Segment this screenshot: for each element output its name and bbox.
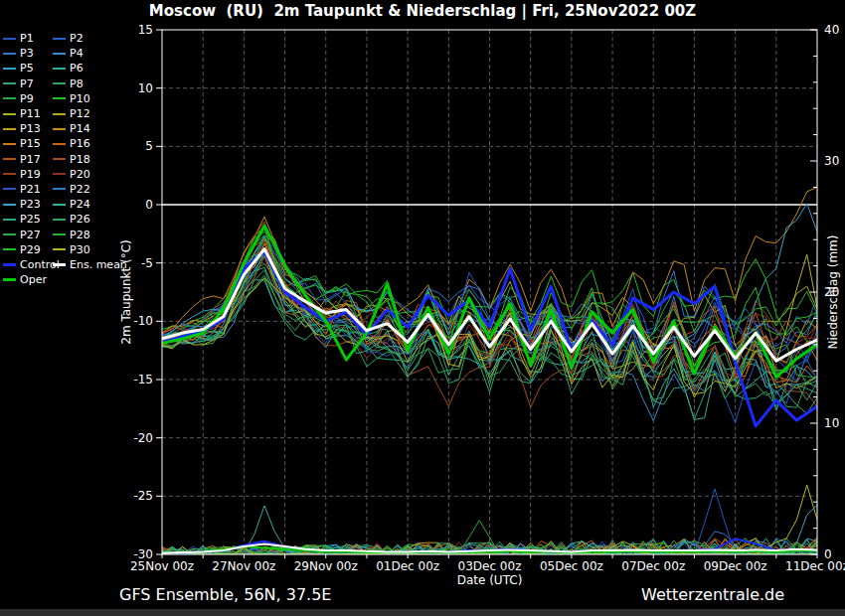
x-tick-label: 03Dec 00z: [458, 559, 522, 573]
left-tick-label: -20: [133, 431, 153, 445]
x-tick-label: 07Dec 00z: [621, 559, 685, 573]
left-axis-title: 2m Taupunkt (°C): [119, 239, 133, 344]
x-tick-label: 05Dec 00z: [540, 559, 603, 573]
left-tick-label: 10: [138, 81, 153, 95]
left-tick-label: 15: [138, 23, 153, 37]
right-tick-label: 30: [824, 154, 839, 168]
left-tick-label: -25: [133, 489, 153, 503]
right-tick-label: 10: [824, 416, 839, 430]
x-tick-label: 09Dec 00z: [704, 559, 767, 573]
left-tick-label: -15: [133, 373, 153, 386]
model-label: GFS Ensemble, 56N, 37.5E: [119, 585, 331, 604]
left-tick-label: -5: [141, 256, 153, 270]
x-tick-label: 29Nov 00z: [294, 559, 358, 573]
left-tick-label: 5: [145, 139, 153, 153]
gridlines: [162, 30, 817, 554]
x-tick-label: 01Dec 00z: [376, 559, 439, 573]
x-tick-label: 25Nov 00z: [130, 559, 194, 573]
x-tick-label: 27Nov 00z: [212, 559, 275, 573]
chart-canvas: 151050-5-10-15-20-25-3040302010025Nov 00…: [0, 0, 845, 616]
right-axis-title: Niederschlag (mm): [826, 235, 840, 350]
left-tick-label: 0: [145, 198, 153, 212]
x-tick-label: 11Dec 00z: [785, 559, 845, 573]
right-tick-label: 40: [824, 23, 839, 37]
site-label: Wetterzentrale.de: [641, 585, 784, 604]
window-edge: [0, 609, 845, 616]
meteogram-window: Moscow (RU) 2m Taupunkt & Niederschlag |…: [0, 0, 845, 616]
left-tick-label: -10: [133, 314, 153, 328]
